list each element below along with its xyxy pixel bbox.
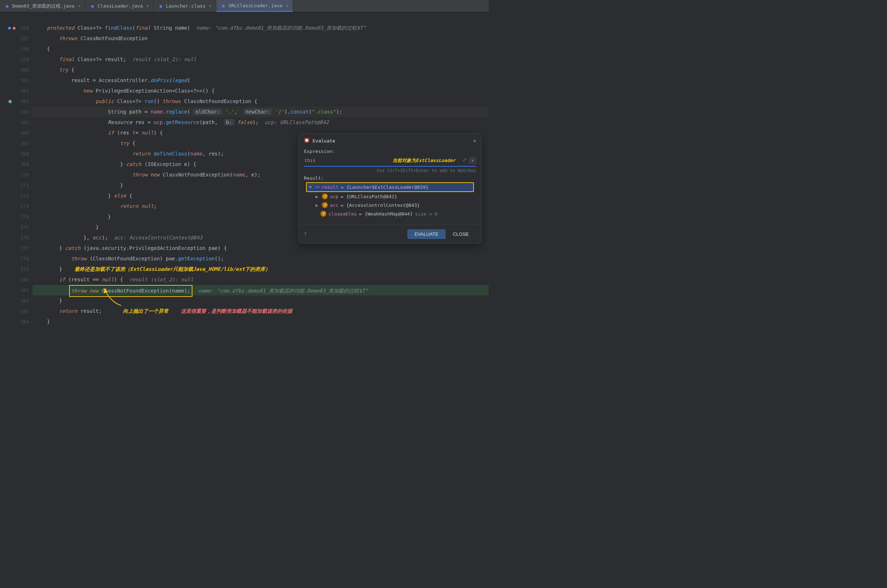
line-number: 384 <box>21 316 29 324</box>
line-number: 360 <box>21 65 29 75</box>
override-marker-icon <box>8 26 19 31</box>
chevron-down-icon[interactable]: ▾ <box>469 157 476 164</box>
result-extra: size = 0 <box>415 211 438 217</box>
java-class-icon: ◉ <box>158 3 164 9</box>
line-number: 368 <box>21 148 29 159</box>
tab-label: URLClassLoader.java <box>229 3 282 8</box>
line-number: 361 <box>21 75 29 86</box>
result-tree[interactable]: ▼ ⚯ result = {Launcher$ExtClassLoader@83… <box>306 182 474 218</box>
line-number: 371 <box>21 180 29 190</box>
evaluate-title: Evaluate <box>312 138 470 144</box>
close-icon[interactable]: ✕ <box>473 138 476 144</box>
tab-launcher[interactable]: ◉ Launcher.class ✕ <box>153 0 216 12</box>
result-name: ucp <box>330 194 338 199</box>
line-number: 380 <box>21 274 29 285</box>
object-icon: ⚯ <box>315 184 320 190</box>
annotation-note: 当前对象为ExtClassLoader <box>393 157 456 164</box>
annotation-note: 最终还是加载不了该类（ExtClassLoader只能加载Java_HOME/l… <box>75 266 270 272</box>
line-number: 383 <box>21 306 29 316</box>
code-line: throw (ClassNotFoundException) pae.getEx… <box>33 254 489 264</box>
result-root[interactable]: ▼ ⚯ result = {Launcher$ExtClassLoader@83… <box>306 182 474 192</box>
result-item-closeables[interactable]: f closeables = {WeakHashMap@844} size = … <box>306 209 474 218</box>
java-class-icon: ◉ <box>5 3 10 9</box>
result-name: closeables <box>329 211 357 217</box>
line-number: 366 <box>21 128 29 138</box>
line-number: 373 <box>21 201 29 212</box>
chevron-right-icon[interactable]: ▶ <box>315 202 320 208</box>
line-number: 378 <box>21 254 29 264</box>
line-number: 370 <box>21 170 29 180</box>
evaluate-button[interactable]: EVALUATE <box>407 229 446 239</box>
field-icon: f <box>321 211 326 217</box>
code-line: } <box>33 296 489 306</box>
evaluate-hint: Use Ctrl+Shift+Enter to add to Watches <box>304 168 476 173</box>
expand-icon[interactable]: ⤢ <box>463 157 467 164</box>
code-line: new PrivilegedExceptionAction<Class<?>>(… <box>33 86 489 96</box>
code-line: } 最终还是加载不了该类（ExtClassLoader只能加载Java_HOME… <box>33 264 489 274</box>
result-name: result <box>321 184 339 190</box>
close-icon[interactable]: ✕ <box>147 4 149 8</box>
evaluate-header[interactable]: Evaluate ✕ <box>299 134 481 148</box>
line-number: 369 <box>21 159 29 170</box>
code-line: } <box>33 316 489 324</box>
line-number: 381 <box>21 285 29 296</box>
code-line: try { <box>33 65 489 75</box>
field-icon: f <box>322 202 328 208</box>
line-number: 367 <box>21 138 29 148</box>
code-line <box>33 12 489 23</box>
result-value: {Launcher$ExtClassLoader@839} <box>347 184 429 190</box>
expression-input[interactable]: this 当前对象为ExtClassLoader ⤢ ▾ <box>304 156 476 167</box>
java-class-icon: ◉ <box>221 3 227 8</box>
result-name: acc <box>330 202 338 208</box>
code-line: throws ClassNotFoundException <box>33 33 489 44</box>
line-number: 364 <box>21 106 29 117</box>
tab-label: Launcher.class <box>166 3 206 9</box>
tab-label: Demo03_类加载的过程.java <box>12 3 75 9</box>
result-value: {URLClassPath@842} <box>346 194 397 199</box>
field-icon: f <box>322 194 328 199</box>
line-number: 379 <box>21 264 29 274</box>
line-number: 376 <box>21 232 29 243</box>
code-line: if (result == null) { result (slot_2): n… <box>33 274 489 285</box>
result-label: Result: <box>304 176 476 181</box>
result-value: {WeakHashMap@844} <box>365 211 413 217</box>
result-item-ucp[interactable]: ▶ f ucp = {URLClassPath@842} <box>306 192 474 201</box>
expression-value: this <box>304 158 393 163</box>
annotation-arrow-label: 向上抛出了一个异常 <box>123 308 168 314</box>
help-icon[interactable]: ? <box>304 231 407 237</box>
tab-classloader[interactable]: ◉ ClassLoader.java ✕ <box>86 0 154 12</box>
evaluate-popup: Evaluate ✕ Expression: this 当前对象为ExtClas… <box>299 134 482 244</box>
java-class-icon: ◉ <box>90 3 96 9</box>
debug-icon <box>304 137 310 144</box>
chevron-right-icon[interactable]: ▶ <box>315 194 320 199</box>
close-button[interactable]: CLOSE <box>446 229 476 239</box>
expression-label: Expression: <box>304 148 476 154</box>
code-line: return result; 向上抛出了一个异常 这里很重要，是判断类加载器不能… <box>33 306 489 316</box>
line-number: 356 <box>21 23 29 33</box>
chevron-down-icon[interactable]: ▼ <box>309 184 313 190</box>
line-number: 372 <box>21 190 29 201</box>
gutter: 356 357 358 359 360 361 362 363 364 365 … <box>0 12 33 324</box>
line-number: 375 <box>21 222 29 232</box>
line-number: 377 <box>21 243 29 254</box>
code-line: } catch (java.security.PrivilegedActionE… <box>33 243 489 254</box>
code-line: Resource res = ucp.getResource(path, b: … <box>33 117 489 128</box>
svg-rect-5 <box>306 139 308 141</box>
tab-demo03[interactable]: ◉ Demo03_类加载的过程.java ✕ <box>0 0 86 12</box>
code-line: result = AccessController.doPrivileged( <box>33 75 489 86</box>
line-number: 362 <box>21 86 29 96</box>
code-line: throw new ClassNotFoundException(name); … <box>33 285 489 296</box>
editor: 356 357 358 359 360 361 362 363 364 365 … <box>0 12 489 324</box>
close-icon[interactable]: ✕ <box>286 3 288 8</box>
result-item-acc[interactable]: ▶ f acc = {AccessControlContext@843} <box>306 201 474 209</box>
tab-urlclassloader[interactable]: ◉ URLClassLoader.java ✕ <box>216 0 293 12</box>
code-line: protected Class<?> findClass(final Strin… <box>33 23 489 33</box>
close-icon[interactable]: ✕ <box>209 4 212 8</box>
tab-label: ClassLoader.java <box>98 3 143 9</box>
line-number: 382 <box>21 296 29 306</box>
code-line: { <box>33 44 489 54</box>
close-icon[interactable]: ✕ <box>78 4 81 8</box>
line-number: 365 <box>21 117 29 128</box>
code-line: String path = name.replace( oldChar: '.'… <box>33 106 489 117</box>
editor-tabs: ◉ Demo03_类加载的过程.java ✕ ◉ ClassLoader.jav… <box>0 0 489 12</box>
